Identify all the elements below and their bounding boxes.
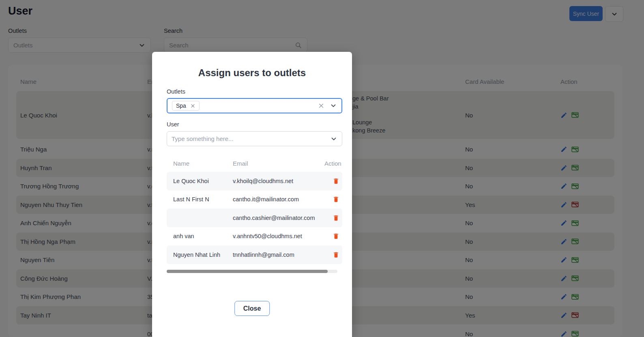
column-header-action: Action xyxy=(324,156,341,172)
delete-icon[interactable] xyxy=(333,214,339,222)
assigned-user-email: cantho.it@mailinator.com xyxy=(233,190,299,209)
assigned-users-table: Name Email Action Le Quoc Khoi v.khoilq@… xyxy=(167,156,342,266)
selected-outlet-label: Spa xyxy=(176,102,186,109)
column-header-email: Email xyxy=(233,156,248,172)
modal-outlets-multiselect[interactable]: Spa xyxy=(167,98,342,113)
scrollbar-thumb[interactable] xyxy=(167,270,328,273)
delete-icon[interactable] xyxy=(333,196,339,203)
delete-icon[interactable] xyxy=(333,177,339,185)
modal-user-label: User xyxy=(167,121,179,128)
assigned-user-row: Le Quoc Khoi v.khoilq@cloudhms.net xyxy=(167,172,342,190)
user-select-placeholder: Type something here... xyxy=(172,135,330,142)
assigned-user-name: Last N First N xyxy=(173,190,209,209)
assigned-user-name: Nguyen Nhat Linh xyxy=(173,245,220,264)
assigned-user-email: v.khoilq@cloudhms.net xyxy=(233,172,293,190)
assign-users-modal: Assign users to outlets Outlets Spa User… xyxy=(152,52,352,337)
assigned-user-email: tnnhatlinnh@gmail.com xyxy=(233,245,294,264)
close-button[interactable]: Close xyxy=(234,301,270,316)
modal-title: Assign users to outlets xyxy=(152,67,352,79)
chevron-down-icon xyxy=(330,135,337,143)
horizontal-scrollbar[interactable] xyxy=(167,270,337,273)
modal-user-select[interactable]: Type something here... xyxy=(167,131,342,146)
assigned-user-email: v.anhntv50@cloudhms.net xyxy=(233,227,302,246)
assigned-user-row: Last N First N cantho.it@mailinator.com xyxy=(167,190,342,209)
column-header-name: Name xyxy=(173,156,189,172)
chevron-down-icon xyxy=(330,102,337,109)
delete-icon[interactable] xyxy=(333,251,339,258)
assigned-user-row: cantho.cashier@mailinator.com xyxy=(167,209,342,227)
assigned-user-row: Nguyen Nhat Linh tnnhatlinnh@gmail.com xyxy=(167,245,342,264)
assigned-user-row: anh van v.anhntv50@cloudhms.net xyxy=(167,227,342,246)
modal-outlets-label: Outlets xyxy=(167,88,185,95)
assigned-user-name: Le Quoc Khoi xyxy=(173,172,209,190)
delete-icon[interactable] xyxy=(333,232,339,240)
selected-outlet-chip: Spa xyxy=(172,101,200,111)
remove-outlet-icon[interactable] xyxy=(190,103,195,109)
assigned-user-name: anh van xyxy=(173,227,194,246)
clear-select-icon[interactable] xyxy=(318,102,324,109)
assigned-user-email: cantho.cashier@mailinator.com xyxy=(233,209,315,227)
app-window: User Sync User Outlets Outlets Search Se… xyxy=(0,0,644,337)
